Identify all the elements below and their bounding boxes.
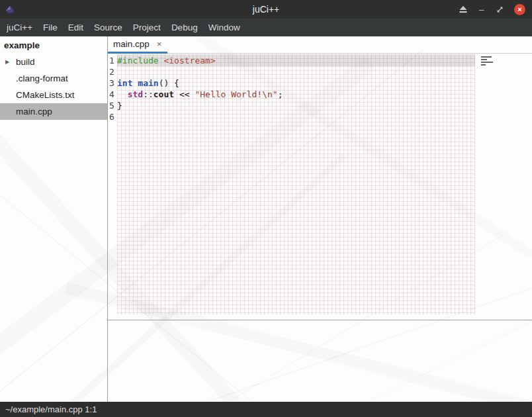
tree-item-build[interactable]: ▶build xyxy=(0,54,107,70)
code-area[interactable]: 1#include <iostream>23int main() {4 std:… xyxy=(108,54,532,122)
tab-main-cpp[interactable]: main.cpp × xyxy=(108,36,167,54)
tree-item-cmakelists-txt[interactable]: CMakeLists.txt xyxy=(0,87,107,103)
window-controls: – × xyxy=(459,0,525,19)
minimap-mark xyxy=(481,64,486,66)
menu-project[interactable]: Project xyxy=(128,19,166,36)
tabbar: main.cpp × xyxy=(108,36,532,54)
line-number: 2 xyxy=(108,66,117,77)
line-number: 3 xyxy=(108,77,117,89)
code-line-3[interactable]: 3int main() { xyxy=(108,77,532,89)
code-line-text xyxy=(117,111,475,122)
titlebar: juCi++ – × xyxy=(0,0,532,19)
output-panel[interactable] xyxy=(108,320,532,402)
code-line-2[interactable]: 2 xyxy=(108,66,532,77)
app-window: juCi++ – × juCi++FileEditSourceProjectDe… xyxy=(0,0,532,417)
menu-window[interactable]: Window xyxy=(203,19,245,36)
code-line-4[interactable]: 4 std::cout << "Hello World!\n"; xyxy=(108,89,532,100)
code-line-text: #include <iostream> xyxy=(117,55,475,66)
content: example ▶build.clang-formatCMakeLists.tx… xyxy=(0,36,532,402)
minimap-mark xyxy=(481,56,492,58)
menubar: juCi++FileEditSourceProjectDebugWindow xyxy=(0,19,532,36)
tree-item-label: main.cpp xyxy=(16,107,52,116)
restore-button[interactable] xyxy=(496,5,504,14)
tree-item-label: build xyxy=(16,57,35,67)
code-line-text: } xyxy=(117,100,475,111)
editor[interactable]: 1#include <iostream>23int main() {4 std:… xyxy=(108,54,532,320)
editor-pane: main.cpp × 1#include <iostream>23int mai… xyxy=(108,36,532,402)
tab-label: main.cpp xyxy=(113,39,150,49)
line-number: 6 xyxy=(108,111,117,122)
tree-item-label: .clang-format xyxy=(16,73,68,83)
tab-close-icon[interactable]: × xyxy=(157,40,162,48)
file-tree: ▶build.clang-formatCMakeLists.txtmain.cp… xyxy=(0,54,107,120)
line-number: 4 xyxy=(108,89,117,100)
menu-edit[interactable]: Edit xyxy=(63,19,89,36)
minimap-mark xyxy=(481,62,493,63)
code-line-text: int main() { xyxy=(117,77,475,89)
tree-item-clang-format[interactable]: .clang-format xyxy=(0,70,107,87)
code-line-1[interactable]: 1#include <iostream> xyxy=(108,55,532,66)
menu-source[interactable]: Source xyxy=(89,19,128,36)
expand-arrow-icon[interactable]: ▶ xyxy=(5,59,9,65)
code-line-text xyxy=(117,66,475,77)
code-line-5[interactable]: 5} xyxy=(108,100,532,111)
file-tree-panel: example ▶build.clang-formatCMakeLists.tx… xyxy=(0,36,108,402)
minimap-mark xyxy=(481,59,487,60)
code-line-text: std::cout << "Hello World!\n"; xyxy=(117,89,475,100)
minimap[interactable] xyxy=(481,56,500,66)
tree-root-example[interactable]: example xyxy=(0,36,107,54)
minimize-button[interactable]: – xyxy=(477,5,486,14)
window-title: juCi++ xyxy=(0,4,532,15)
menu-file[interactable]: File xyxy=(38,19,63,36)
tree-item-main-cpp[interactable]: main.cpp xyxy=(0,103,107,120)
eject-button[interactable] xyxy=(459,6,467,13)
menu-debug[interactable]: Debug xyxy=(166,19,203,36)
menu-juci[interactable]: juCi++ xyxy=(1,19,38,36)
app-logo-icon xyxy=(5,5,16,15)
statusbar-path: ~/example/main.cpp 1:1 xyxy=(5,404,97,414)
statusbar: ~/example/main.cpp 1:1 xyxy=(0,402,532,417)
close-button[interactable]: × xyxy=(514,4,525,15)
code-line-6[interactable]: 6 xyxy=(108,111,532,122)
tree-item-label: CMakeLists.txt xyxy=(16,90,75,100)
line-number: 1 xyxy=(108,55,117,66)
line-number: 5 xyxy=(108,100,117,111)
